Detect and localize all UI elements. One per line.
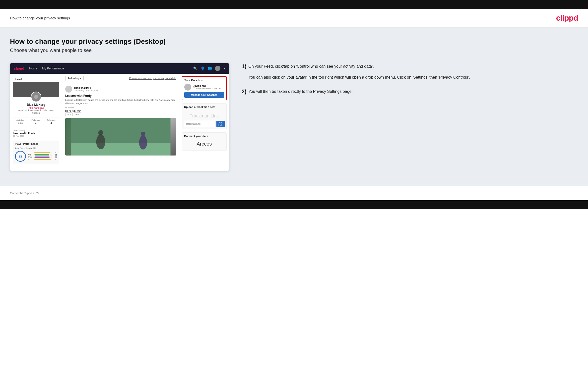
stat-followers: Followers 3: [31, 119, 40, 125]
connect-data-widget: Connect your data Arccos: [182, 132, 227, 151]
user-icon[interactable]: 👤: [200, 66, 205, 70]
compass-icon[interactable]: 🌐: [208, 66, 212, 70]
post-tag-ott: OTT: [65, 112, 73, 116]
app-body: Feed Blair McHarg Plus Handicap Royal No…: [10, 74, 229, 171]
trackman-widget-title: Upload a Trackman Test: [184, 105, 224, 108]
svg-point-2: [96, 134, 105, 149]
coach-row: David Ford 📍 Royal North Devon Golf Club: [184, 84, 224, 91]
profile-handicap: Plus Handicap: [15, 106, 57, 109]
profile-name: Blair McHarg: [15, 103, 57, 106]
profile-stats: Activities 131 Followers 3 Following 4: [13, 117, 59, 126]
stat-following: Following 4: [47, 119, 56, 125]
post-author-meta: Yesterday · Sunningdale: [74, 89, 98, 92]
feed-header: Following ▾ Control who can see your act…: [62, 74, 179, 83]
nav-right-icons: 🔍 👤 🌐 ▾: [193, 66, 225, 71]
svg-rect-1: [71, 143, 171, 156]
step-1-extra: You can also click on your avatar in the…: [249, 74, 470, 81]
trackman-widget: Upload a Trackman Test Trackman Link Add…: [182, 103, 227, 129]
step-2-text: You will then be taken directly to the P…: [249, 88, 353, 95]
post-author-row: Blair McHarg Yesterday · Sunningdale: [65, 86, 176, 93]
manage-coaches-button[interactable]: Manage Your Coaches: [184, 92, 224, 98]
post-tag-app: APP: [74, 112, 81, 116]
chevron-down-icon[interactable]: ▾: [223, 66, 225, 70]
coaches-widget: Your Coaches David Ford 📍 Royal North De…: [182, 76, 227, 100]
browser-page-title: How to change your privacy settings: [10, 16, 70, 20]
feed-tab[interactable]: Feed: [13, 77, 24, 82]
chevron-down-icon: ▾: [80, 77, 81, 80]
app-left-sidebar: Feed Blair McHarg Plus Handicap Royal No…: [10, 74, 62, 171]
post-description: Looking to feel like my hands are exitin…: [65, 99, 176, 105]
quality-bar-row: OTT 90: [28, 152, 57, 154]
app-nav-logo: clippd: [14, 66, 24, 70]
svg-point-5: [141, 132, 145, 136]
post-duration-value: 01 hr : 30 min: [65, 110, 176, 112]
coach-name: David Ford: [193, 85, 222, 87]
instructions-panel: 1) On your Feed, click/tap on 'Control w…: [239, 63, 578, 103]
profile-avatar: [31, 92, 41, 102]
info-icon: i: [33, 147, 36, 149]
control-privacy-link[interactable]: Control who can see your activity and da…: [129, 77, 176, 80]
post-title: Lesson with Fordy: [65, 94, 176, 98]
coach-avatar: [184, 84, 191, 91]
app-demo-wrapper: clippd Home My Performance 🔍 👤 🌐 ▾ Feed: [10, 63, 578, 171]
post-author-name: Blair McHarg: [74, 86, 98, 89]
app-nav-bar: clippd Home My Performance 🔍 👤 🌐 ▾: [10, 63, 229, 74]
feed-post: Blair McHarg Yesterday · Sunningdale Les…: [62, 83, 179, 158]
profile-club: Royal North Devon Golf Club, United King…: [15, 109, 57, 114]
profile-card: Blair McHarg Plus Handicap Royal North D…: [13, 82, 59, 139]
trackman-link-input[interactable]: [184, 121, 215, 127]
site-footer: Copyright Clippd 2022: [0, 186, 588, 200]
player-performance-widget: Player Performance Total Player Quality …: [13, 141, 59, 164]
location-icon: 📍: [193, 87, 195, 90]
bottom-bar: [0, 200, 588, 209]
quality-bar-row: APP 85: [28, 154, 57, 156]
quality-bars: OTT 90 APP 85 ARG 86 PUTT 96: [28, 152, 57, 161]
post-image: [65, 118, 176, 156]
quality-circle: 92: [15, 151, 26, 162]
trackman-placeholder: Trackman Link: [184, 110, 224, 121]
quality-bar-row: PUTT 96: [28, 158, 57, 160]
post-author-avatar: [65, 86, 72, 93]
quality-bar-row: ARG 86: [28, 156, 57, 158]
search-icon[interactable]: 🔍: [193, 66, 197, 70]
top-bar: [0, 0, 588, 9]
svg-point-4: [139, 136, 147, 150]
main-content: How to change your privacy settings (Des…: [0, 28, 588, 186]
app-main-feed: Following ▾ Control who can see your act…: [62, 74, 179, 171]
app-right-sidebar: Your Coaches David Ford 📍 Royal North De…: [179, 74, 229, 171]
instruction-step-2: 2) You will then be taken directly to th…: [242, 88, 578, 95]
instruction-step-1: 1) On your Feed, click/tap on 'Control w…: [242, 63, 578, 80]
user-avatar[interactable]: [215, 66, 220, 71]
connect-widget-title: Connect your data: [184, 135, 224, 138]
latest-activity-section: Latest Activity Lesson with Fordy 03 Aug…: [13, 127, 59, 139]
nav-link-home[interactable]: Home: [29, 67, 37, 70]
following-button[interactable]: Following ▾: [65, 76, 84, 81]
post-duration-label: Duration: [65, 106, 176, 109]
profile-banner: [13, 82, 59, 97]
nav-link-performance[interactable]: My Performance: [42, 67, 64, 70]
add-link-button[interactable]: Add Link: [216, 121, 225, 127]
post-tags: OTT APP: [65, 112, 176, 116]
svg-point-3: [98, 130, 103, 135]
quality-label: Total Player Quality: [15, 147, 32, 149]
article-title: How to change your privacy settings (Des…: [10, 38, 578, 46]
stat-activities: Activities 131: [16, 119, 24, 125]
coaches-widget-title: Your Coaches: [184, 79, 224, 82]
app-screenshot: clippd Home My Performance 🔍 👤 🌐 ▾ Feed: [10, 63, 229, 171]
arccos-logo: Arccos: [184, 140, 224, 148]
clippd-logo: clippd: [556, 13, 578, 23]
step-1-text: On your Feed, click/tap on 'Control who …: [249, 63, 470, 70]
article-subtitle: Choose what you want people to see: [10, 48, 578, 53]
step-1-number: 1): [242, 63, 247, 70]
site-header: How to change your privacy settings clip…: [0, 9, 588, 28]
copyright-text: Copyright Clippd 2022: [10, 192, 40, 195]
coach-club-name: Royal North Devon Golf Club: [196, 87, 222, 90]
step-2-number: 2): [242, 88, 247, 95]
